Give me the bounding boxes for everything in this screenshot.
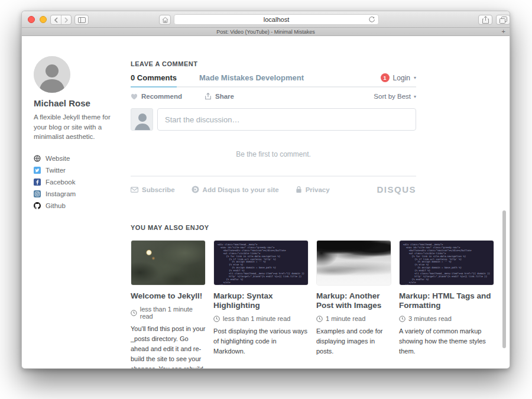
post-title-link[interactable]: Markup: Syntax Highlighting [213,291,309,310]
tabs-icon [499,17,507,24]
main-column: LEAVE A COMMENT 0 Comments Made Mistakes… [131,60,494,369]
post-thumbnail-code-screenshot[interactable]: <div class="masthead__menu"> <nav id="si… [399,240,494,286]
post-excerpt: Examples and code for displaying images … [316,326,391,356]
empty-state-text: Be the first to comment. [131,150,416,158]
clock-icon [399,316,406,322]
author-name: Michael Rose [34,98,122,108]
page-content: Michael Rose A flexible Jekyll theme for… [22,36,510,369]
code-snippet-text: <div class="masthead__menu"> <nav id="si… [218,244,304,286]
read-time: 3 minutes read [408,315,452,322]
comments-heading: LEAVE A COMMENT [131,60,494,67]
url-text: localhost [264,16,289,23]
subscribe-link[interactable]: Subscribe [131,186,175,193]
refresh-icon [368,16,375,23]
share-button[interactable] [478,15,492,25]
sidebar-link-facebook[interactable]: Facebook [34,176,122,188]
disqus-tab-row: 0 Comments Made Mistakes Development 1 L… [131,73,416,87]
post-excerpt: A variety of common markup showing how t… [399,326,494,356]
address-bar[interactable]: localhost [174,14,379,25]
related-post-card: Welcome to Jekyll! less than 1 minute re… [131,240,206,369]
related-post-card: Markup: Another Post with Images 1 minut… [316,240,391,369]
recommend-button[interactable]: Recommend [131,93,182,100]
post-thumbnail-bw-photo[interactable] [316,240,391,286]
heart-icon [131,93,138,100]
commenter-avatar [131,108,153,131]
home-icon [162,17,168,23]
chevron-left-icon [54,17,59,23]
privacy-link[interactable]: Privacy [296,186,330,193]
new-tab-button[interactable]: + [502,28,505,35]
read-time: 1 minute read [326,315,365,322]
disqus-footer: Subscribe Add Disqus to your site Privac… [131,177,416,194]
close-window-button[interactable] [28,16,35,23]
disqus-d-icon [192,186,199,193]
share-thread-button[interactable]: Share [205,93,234,100]
read-time: less than 1 minute read [140,306,206,320]
post-excerpt: You'll find this post in your _posts dir… [131,324,206,369]
scrollbar-thumb[interactable] [502,210,506,348]
sidebar-link-label: Twitter [46,167,66,174]
sidebar-link-label: Instagram [46,190,76,197]
home-button[interactable] [159,15,171,25]
tab-comment-count[interactable]: 0 Comments [131,73,177,87]
post-thumbnail-green-photo[interactable] [131,240,206,286]
related-heading: YOU MAY ALSO ENJOY [131,224,494,231]
sidebar-icon [78,17,86,23]
read-time: less than 1 minute read [223,315,290,322]
desktop-background: localhost Post: Video (YouTube) - Minima… [0,0,532,399]
refresh-button[interactable] [368,16,375,23]
related-post-card: <div class="masthead__menu"> <nav id="si… [213,240,309,369]
clock-icon [213,316,220,322]
history-nav-group [50,15,72,25]
post-meta: 1 minute read [316,315,391,322]
titlebar: localhost [22,11,510,28]
post-title-link[interactable]: Markup: Another Post with Images [316,291,391,310]
recommend-label: Recommend [141,93,182,100]
lock-icon [296,186,302,193]
login-menu[interactable]: 1 Login ▾ [381,73,416,86]
add-disqus-label: Add Disqus to your site [203,186,279,193]
sidebar-toggle-button[interactable] [74,15,89,25]
author-bio: A flexible Jekyll theme for your blog or… [34,112,112,142]
post-meta: 3 minutes read [399,315,494,322]
disqus-widget: 0 Comments Made Mistakes Development 1 L… [131,73,416,194]
author-links: Website Twitter Facebook [34,153,122,212]
author-sidebar: Michael Rose A flexible Jekyll theme for… [34,56,122,212]
browser-tab[interactable]: Post: Video (YouTube) - Minimal Mistakes [216,29,315,35]
minimize-window-button[interactable] [40,16,47,23]
sidebar-link-twitter[interactable]: Twitter [34,164,122,176]
sidebar-link-github[interactable]: Github [34,200,122,212]
forward-button[interactable] [61,15,71,24]
person-icon [131,109,153,131]
related-post-card: <div class="masthead__menu"> <nav id="si… [399,240,494,369]
tab-bar: Post: Video (YouTube) - Minimal Mistakes… [22,28,510,36]
author-avatar [34,56,70,93]
related-posts-section: YOU MAY ALSO ENJOY Welcome to Jekyll! le… [131,224,494,369]
chevron-right-icon [64,17,69,23]
add-disqus-link[interactable]: Add Disqus to your site [192,186,279,193]
share-arrow-icon [205,93,212,100]
post-title-link[interactable]: Markup: HTML Tags and Formatting [399,291,494,310]
post-title-link[interactable]: Welcome to Jekyll! [131,291,206,301]
share-label: Share [215,93,234,100]
envelope-icon [131,187,138,193]
post-excerpt: Post displaying the various ways of high… [213,326,309,356]
clock-icon [316,316,323,322]
post-meta: less than 1 minute read [131,306,206,320]
sort-menu[interactable]: Sort by Best ▾ [374,93,416,100]
subscribe-label: Subscribe [142,186,175,193]
globe-icon [34,155,41,162]
post-thumbnail-code-screenshot[interactable]: <div class="masthead__menu"> <nav id="si… [213,240,309,286]
disqus-actions-row: Recommend Share Sort by Best ▾ [131,87,416,105]
disqus-logo[interactable]: DISQUS [377,184,416,194]
tab-overview-button[interactable] [496,15,510,25]
share-icon [482,16,489,24]
person-icon [34,56,70,93]
comment-input[interactable] [157,108,416,131]
back-button[interactable] [51,15,61,24]
facebook-icon [34,179,41,186]
tab-community-link[interactable]: Made Mistakes Development [199,73,304,86]
sidebar-link-instagram[interactable]: Instagram [34,188,122,200]
related-posts-grid: Welcome to Jekyll! less than 1 minute re… [131,240,494,369]
sidebar-link-website[interactable]: Website [34,153,122,164]
